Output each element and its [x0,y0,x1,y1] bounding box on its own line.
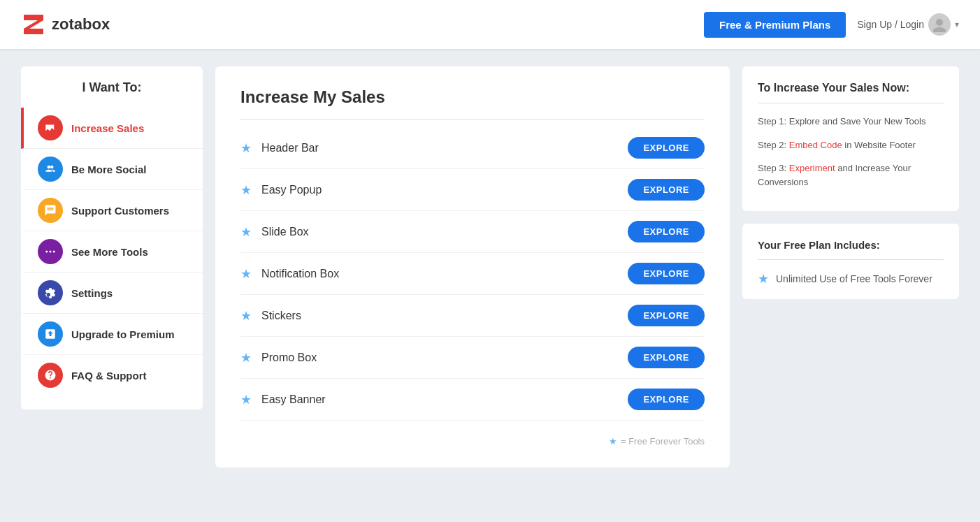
step-2: Step 2: Embed Code in Website Footer [758,138,944,152]
right-panel: To Increase Your Sales Now: Step 1: Expl… [742,66,959,467]
support-customers-icon [38,198,63,223]
svg-point-6 [53,251,55,253]
star-icon-notification-box: ★ [240,266,252,282]
tool-left: ★ Stickers [240,308,301,324]
sidebar-title: I Want To: [21,80,203,95]
premium-plans-button[interactable]: Free & Premium Plans [704,12,846,38]
svg-point-5 [50,251,52,253]
star-icon-easy-banner: ★ [240,392,252,407]
tool-row-promo-box: ★ Promo Box EXPLORE [240,337,705,379]
tool-left: ★ Easy Banner [240,392,326,407]
tool-name-easy-popup: Easy Popup [261,184,322,196]
tool-row-notification-box: ★ Notification Box EXPLORE [240,253,705,295]
panel-title: Increase My Sales [240,87,705,107]
sales-steps-card: To Increase Your Sales Now: Step 1: Expl… [742,66,959,211]
explore-button-stickers[interactable]: EXPLORE [628,305,705,326]
explore-button-header-bar[interactable]: EXPLORE [628,137,705,159]
star-icon-header-bar: ★ [240,140,252,156]
chevron-down-icon: ▾ [955,20,959,29]
explore-button-easy-popup[interactable]: EXPLORE [628,179,705,201]
tool-name-stickers: Stickers [261,310,301,322]
faq-support-icon [38,363,63,388]
increase-sales-icon [38,115,63,140]
tool-row-stickers: ★ Stickers EXPLORE [240,295,705,337]
header-right: Free & Premium Plans Sign Up / Login ▾ [704,12,959,38]
logo-icon [21,12,46,37]
svg-marker-0 [24,15,43,34]
tool-left: ★ Slide Box [240,224,309,240]
sidebar-label-support-customers: Support Customers [71,205,169,217]
logo-area: zotabox [21,12,110,37]
svg-point-1 [936,19,943,26]
sidebar-item-support-customers[interactable]: Support Customers [21,190,203,231]
sidebar-label-settings: Settings [71,287,113,299]
user-area[interactable]: Sign Up / Login ▾ [857,13,959,36]
see-more-tools-icon [38,239,63,264]
tool-name-promo-box: Promo Box [261,351,317,364]
free-plan-title: Your Free Plan Includes: [758,239,944,260]
star-icon-slide-box: ★ [240,224,252,240]
free-plan-star: ★ [758,271,769,287]
tool-name-easy-banner: Easy Banner [261,393,326,406]
tool-left: ★ Notification Box [240,266,339,282]
sidebar-item-increase-sales[interactable]: Increase Sales [21,108,203,149]
header: zotabox Free & Premium Plans Sign Up / L… [0,0,980,49]
tool-row-easy-banner: ★ Easy Banner EXPLORE [240,379,705,421]
free-plan-item-label: Unlimited Use of Free Tools Forever [776,273,932,284]
embed-code-link[interactable]: Embed Code [789,140,842,150]
svg-point-4 [45,251,48,253]
upgrade-premium-icon [38,321,63,347]
sidebar-item-see-more-tools[interactable]: See More Tools [21,231,203,273]
panel-divider [240,119,705,120]
svg-point-2 [933,27,946,32]
sidebar-label-increase-sales: Increase Sales [71,122,144,134]
tool-name-notification-box: Notification Box [261,268,339,280]
tool-row-header-bar: ★ Header Bar EXPLORE [240,127,705,169]
tool-name-header-bar: Header Bar [261,142,319,154]
be-more-social-icon [38,157,63,182]
explore-button-notification-box[interactable]: EXPLORE [628,263,705,284]
main-panel: Increase My Sales ★ Header Bar EXPLORE ★… [215,66,730,467]
sidebar-item-faq-support[interactable]: FAQ & Support [21,355,203,396]
sidebar: I Want To: Increase Sales Be More Social… [21,66,203,409]
explore-button-easy-banner[interactable]: EXPLORE [628,389,705,410]
tool-row-easy-popup: ★ Easy Popup EXPLORE [240,169,705,211]
star-icon-easy-popup: ★ [240,182,252,198]
settings-icon [38,280,63,305]
step-3: Step 3: Experiment and Increase Your Con… [758,161,944,189]
user-login-label: Sign Up / Login [857,19,924,30]
star-icon-stickers: ★ [240,308,252,324]
sales-card-title: To Increase Your Sales Now: [758,82,944,103]
free-tools-note: ★ = Free Forever Tools [240,436,705,447]
explore-button-promo-box[interactable]: EXPLORE [628,347,705,368]
logo-text: zotabox [52,15,110,34]
free-tools-star: ★ [609,436,617,447]
sidebar-label-be-more-social: Be More Social [71,164,147,175]
tool-left: ★ Header Bar [240,140,319,156]
free-plan-card: Your Free Plan Includes: ★ Unlimited Use… [742,224,959,299]
avatar [928,13,951,36]
experiment-link[interactable]: Experiment [789,163,835,173]
sidebar-label-see-more-tools: See More Tools [71,246,148,258]
sidebar-item-be-more-social[interactable]: Be More Social [21,149,203,190]
sidebar-label-upgrade-premium: Upgrade to Premium [71,328,175,340]
tool-name-slide-box: Slide Box [261,226,309,238]
sidebar-label-faq-support: FAQ & Support [71,370,147,382]
tool-row-slide-box: ★ Slide Box EXPLORE [240,211,705,253]
step-1: Step 1: Explore and Save Your New Tools [758,115,944,129]
star-icon-promo-box: ★ [240,350,252,365]
explore-button-slide-box[interactable]: EXPLORE [628,221,705,242]
sidebar-item-settings[interactable]: Settings [21,273,203,314]
user-icon [932,17,947,32]
tool-left: ★ Promo Box [240,350,317,365]
tool-left: ★ Easy Popup [240,182,322,198]
main-content: I Want To: Increase Sales Be More Social… [0,49,980,485]
free-tools-label: = Free Forever Tools [621,436,705,447]
svg-point-3 [48,166,51,169]
free-plan-item: ★ Unlimited Use of Free Tools Forever [758,271,944,287]
sidebar-item-upgrade-premium[interactable]: Upgrade to Premium [21,314,203,355]
